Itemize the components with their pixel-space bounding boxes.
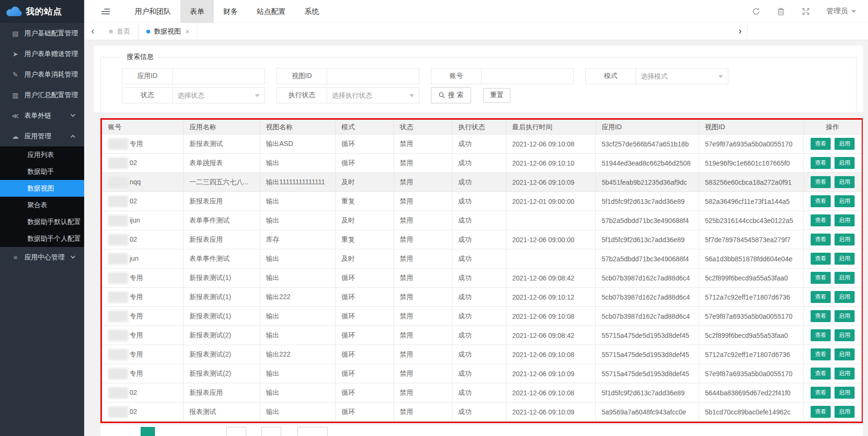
tab-close-icon[interactable]: × [186, 28, 189, 35]
sidebar-submenu: 应用列表数据助手数据视图聚合表数据助手默认配置数据助手个人配置 [0, 146, 84, 247]
search-fieldset: 搜索信息 应用ID视图ID账号模式选择模式 状态选择状态执行状态选择执行状态搜 … [100, 53, 857, 112]
topnav-tab-4[interactable]: 系统 [295, 0, 329, 23]
search-button[interactable]: 搜 索 [431, 87, 471, 103]
cell-actions: 查看启用 [804, 173, 862, 192]
enable-button[interactable]: 启用 [835, 310, 855, 322]
page-tab-1[interactable]: 数据视图× [138, 23, 198, 40]
topnav-tab-0[interactable]: 用户和团队 [125, 0, 180, 23]
sidebar-item-0[interactable]: ▤用户基础配置管理 [0, 23, 84, 44]
view-button[interactable]: 查看 [811, 138, 831, 150]
sidebar-subitem[interactable]: 聚合表 [0, 197, 84, 213]
cell-app_id: 5f1d5fc9f2d613c7add36e89 [596, 192, 699, 211]
enable-button[interactable]: 启用 [835, 368, 855, 380]
enable-button[interactable]: 启用 [835, 387, 855, 399]
topnav-tab-1[interactable]: 表单 [180, 0, 214, 23]
view-button[interactable]: 查看 [811, 329, 831, 341]
cell-status: 禁用 [394, 211, 452, 230]
sidebar-subitem[interactable]: 数据助手 [0, 163, 84, 180]
column-header-1: 应用名称 [184, 120, 260, 134]
search-input-2[interactable] [481, 68, 574, 84]
cell-app_id: 53cf257de566b547a651b18b [596, 134, 699, 154]
sidebar-subitem[interactable]: 应用列表 [0, 146, 84, 163]
search-input-0[interactable] [172, 68, 265, 84]
tabs-scroll-left-icon[interactable]: ‹ [84, 23, 101, 40]
search-select-5[interactable]: 选择执行状态 [327, 87, 419, 103]
sidebar-subitem[interactable]: 数据视图 [0, 180, 84, 197]
menu-icon: ≡ [11, 254, 20, 261]
cell-time: 2021-12-06 09:10:09 [506, 173, 596, 192]
enable-button[interactable]: 启用 [835, 348, 855, 360]
page-button[interactable] [261, 427, 281, 436]
search-select-4[interactable]: 选择状态 [172, 87, 265, 103]
view-button[interactable]: 查看 [811, 253, 831, 265]
book-grid-icon: ▤ [11, 30, 20, 37]
app-logo[interactable]: 我的站点 [0, 0, 84, 23]
view-button[interactable]: 查看 [811, 387, 831, 399]
view-button[interactable]: 查看 [811, 272, 831, 284]
topnav-tab-3[interactable]: 站点配置 [247, 0, 295, 23]
topnav-tab-2[interactable]: 财务 [214, 0, 247, 23]
sidebar-item-1[interactable]: ➤用户表单赠送管理 [0, 44, 84, 64]
enable-button[interactable]: 启用 [835, 157, 855, 169]
enable-button[interactable]: 启用 [835, 253, 855, 265]
enable-button[interactable]: 启用 [835, 138, 855, 150]
cell-view_id: 57e9f87a6935a5b0a0055170 [699, 307, 804, 326]
sidebar-item-5[interactable]: ☁应用管理 [0, 126, 84, 146]
enable-button[interactable]: 启用 [835, 272, 855, 284]
enable-button[interactable]: 启用 [835, 195, 855, 207]
view-button[interactable]: 查看 [811, 368, 831, 380]
view-button[interactable]: 查看 [811, 176, 831, 188]
view-button[interactable]: 查看 [811, 195, 831, 207]
refresh-icon[interactable] [752, 7, 760, 16]
search-row-1: 应用ID视图ID账号模式选择模式 [122, 68, 856, 84]
collapse-menu-icon[interactable] [101, 7, 110, 16]
search-legend: 搜索信息 [123, 53, 157, 61]
enable-button[interactable]: 启用 [835, 214, 855, 226]
sidebar-item-2[interactable]: ✎用户表单消耗管理 [0, 64, 84, 85]
sidebar-subitem[interactable]: 数据助手个人配置 [0, 230, 84, 247]
cell-account: nqq [102, 173, 184, 192]
cell-actions: 查看启用 [804, 154, 862, 173]
cell-view_id: 582a36496cf11e73f1a144a5 [699, 192, 804, 211]
cell-view_id: 5c2f899f6becd9a55a53faa0 [699, 326, 804, 345]
view-button[interactable]: 查看 [811, 291, 831, 303]
search-select-3[interactable]: 选择模式 [636, 68, 728, 84]
cell-account: 专用 [102, 134, 184, 154]
search-field-5: 执行状态选择执行状态 [276, 87, 419, 103]
tab-dot-icon [146, 30, 150, 34]
sidebar-item-3[interactable]: ▥用户汇总配置管理 [0, 85, 84, 105]
search-card: 搜索信息 应用ID视图ID账号模式选择模式 状态选择状态执行状态选择执行状态搜 … [94, 46, 863, 112]
column-header-7: 应用ID [596, 120, 699, 134]
select-placeholder: 选择执行状态 [327, 88, 419, 103]
enable-button[interactable]: 启用 [835, 291, 855, 303]
view-button[interactable]: 查看 [811, 214, 831, 226]
tabs-scroll-right-icon[interactable]: › [733, 23, 747, 39]
enable-button[interactable]: 启用 [835, 329, 855, 341]
account-suffix: jun [130, 254, 139, 262]
view-button[interactable]: 查看 [811, 310, 831, 322]
page-button[interactable] [297, 427, 328, 436]
sidebar-item-4[interactable]: ≪表单外链 [0, 105, 84, 126]
search-field-label: 执行状态 [276, 87, 327, 103]
account-suffix: 专用 [130, 292, 143, 300]
page-button-active[interactable] [141, 427, 155, 436]
view-button[interactable]: 查看 [811, 348, 831, 360]
enable-button[interactable]: 启用 [835, 176, 855, 188]
user-menu[interactable]: 管理员 [826, 7, 856, 16]
enable-button[interactable]: 启用 [835, 234, 855, 246]
page-tab-0[interactable]: 首页 [101, 23, 138, 40]
cell-time: 2021-12-06 09:10:08 [506, 134, 596, 154]
cell-view: 输出 [260, 402, 336, 422]
search-input-1[interactable] [327, 68, 419, 84]
enable-button[interactable]: 启用 [835, 406, 855, 418]
sidebar-item-6[interactable]: ≡应用中心管理 [0, 247, 84, 268]
view-button[interactable]: 查看 [811, 406, 831, 418]
trash-icon[interactable] [777, 7, 785, 16]
view-button[interactable]: 查看 [811, 234, 831, 246]
page-button[interactable] [226, 427, 246, 436]
cell-status: 禁用 [394, 326, 452, 345]
reset-button[interactable]: 重置 [483, 88, 510, 103]
sidebar-subitem[interactable]: 数据助手默认配置 [0, 213, 84, 230]
view-button[interactable]: 查看 [811, 157, 831, 169]
fullscreen-icon[interactable] [802, 7, 810, 16]
